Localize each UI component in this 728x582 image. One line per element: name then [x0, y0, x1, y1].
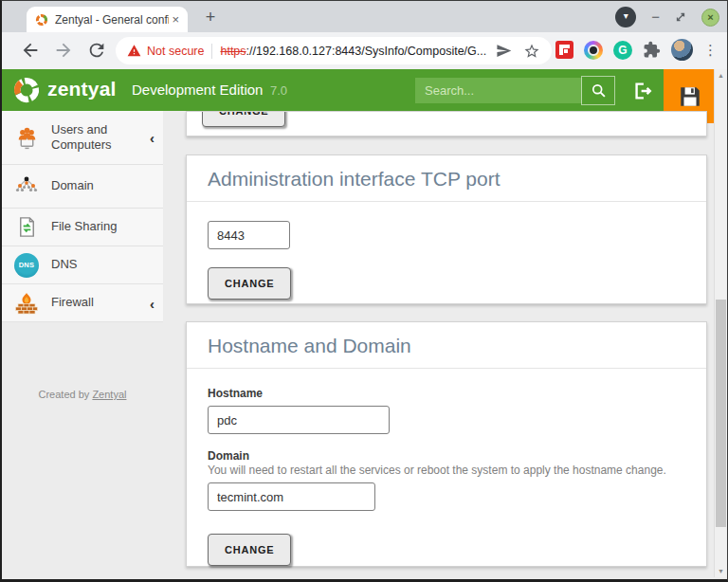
- brand-name: zentyal: [47, 78, 117, 100]
- search-button[interactable]: [581, 76, 615, 105]
- domain-input[interactable]: [208, 482, 375, 511]
- scrollbar-thumb[interactable]: [716, 300, 726, 527]
- url-text[interactable]: https://192.168.0.127:8443/SysInfo/Compo…: [220, 45, 486, 58]
- sidebar-item-dns[interactable]: DNS DNS: [2, 246, 163, 284]
- not-secure-label[interactable]: Not secure: [147, 45, 204, 58]
- users-icon: [2, 125, 51, 151]
- forward-button[interactable]: [53, 40, 74, 61]
- minimize-button[interactable]: −: [651, 7, 660, 27]
- sidebar-item-firewall[interactable]: Firewall ‹: [2, 284, 163, 322]
- hostname-domain-card: Hostname and Domain Hostname Domain You …: [186, 321, 707, 567]
- hostname-label: Hostname: [208, 387, 685, 400]
- restore-button[interactable]: [675, 11, 686, 23]
- tab-strip: Zentyal - General configuratio × + ▾ − ×: [2, 1, 727, 32]
- domain-icon: [2, 174, 51, 199]
- tcp-port-card: Administration interface TCP port CHANGE: [186, 155, 707, 304]
- zentyal-header: zentyal Development Edition 7.0: [2, 69, 727, 111]
- window-controls: ▾ − ×: [615, 5, 719, 29]
- address-bar[interactable]: Not secure https://192.168.0.127:8443/Sy…: [116, 37, 552, 64]
- logout-icon: [632, 81, 653, 101]
- extensions-row: G ⋮: [555, 39, 718, 61]
- page-viewport: zentyal Development Edition 7.0: [2, 69, 727, 577]
- sidebar-item-domain[interactable]: Domain: [2, 165, 163, 209]
- grammarly-extension-icon[interactable]: G: [613, 41, 632, 60]
- reload-button[interactable]: [86, 40, 107, 61]
- sidebar-item-label: Users and Computers: [51, 122, 163, 154]
- new-tab-button[interactable]: +: [199, 6, 222, 28]
- sidebar-nav: Users and Computers ‹: [2, 111, 163, 322]
- window-close-button[interactable]: ×: [701, 9, 719, 27]
- domain-note: You will need to restart all the service…: [208, 464, 685, 477]
- section-title-tcp-port: Administration interface TCP port: [187, 155, 706, 202]
- firewall-icon: [2, 291, 51, 316]
- top-card-clipped: CHANGE: [186, 111, 707, 136]
- page-scrollbar[interactable]: ▲ ▼: [714, 69, 727, 577]
- zentyal-favicon: [35, 13, 48, 27]
- search-icon: [591, 82, 607, 99]
- chevron-collapse-icon: ‹: [150, 130, 155, 146]
- file-sharing-icon: [2, 215, 51, 239]
- hostname-input[interactable]: [208, 406, 390, 434]
- save-floppy-icon: [678, 84, 702, 109]
- omnibox-actions: [496, 43, 540, 60]
- sidebar-item-label: Firewall: [51, 295, 111, 310]
- tab-search-button[interactable]: ▾: [615, 7, 636, 27]
- dns-icon: DNS: [2, 253, 51, 278]
- created-by-footer: Created by Zentyal: [2, 389, 163, 400]
- not-secure-warning-icon: [127, 44, 141, 58]
- tab-close-icon[interactable]: ×: [169, 12, 182, 27]
- domain-label: Domain: [208, 449, 685, 463]
- profile-avatar[interactable]: [671, 39, 693, 61]
- scrollbar-up-icon[interactable]: ▲: [715, 72, 727, 79]
- sidebar-item-label: File Sharing: [51, 219, 134, 234]
- version-label: 7.0: [270, 83, 287, 98]
- edition-label: Development Edition: [132, 82, 263, 98]
- browser-menu-icon[interactable]: ⋮: [703, 40, 718, 61]
- section-title-hostname-domain: Hostname and Domain: [187, 322, 706, 369]
- change-button-hostname[interactable]: CHANGE: [208, 534, 291, 566]
- extensions-puzzle-icon[interactable]: [643, 41, 661, 59]
- sidebar-item-label: DNS: [51, 257, 94, 272]
- back-button[interactable]: [20, 40, 41, 61]
- zentyal-link[interactable]: Zentyal: [92, 389, 126, 400]
- search-input[interactable]: [415, 78, 582, 103]
- url-scheme: https: [220, 45, 246, 58]
- send-to-device-icon[interactable]: [496, 43, 512, 59]
- logout-button[interactable]: [627, 76, 659, 105]
- browser-toolbar: Not secure https://192.168.0.127:8443/Sy…: [2, 32, 727, 69]
- bookmark-star-icon[interactable]: [523, 43, 540, 60]
- flipboard-extension-icon[interactable]: [555, 41, 573, 59]
- omnibox-divider: [211, 44, 212, 59]
- change-button-top[interactable]: CHANGE: [202, 111, 285, 127]
- browser-tab[interactable]: Zentyal - General configuratio ×: [27, 7, 188, 32]
- url-rest: ://192.168.0.127:8443/SysInfo/Composite/…: [246, 45, 487, 58]
- sidebar-item-users-and-computers[interactable]: Users and Computers ‹: [2, 111, 163, 165]
- tcp-port-input[interactable]: [208, 221, 290, 249]
- zentyal-logo: [11, 75, 42, 105]
- sidebar-item-label: Domain: [51, 178, 111, 193]
- browser-window: Zentyal - General configuratio × + ▾ − ×: [0, 0, 728, 582]
- chevron-collapse-icon: ‹: [150, 295, 155, 311]
- change-button-tcp[interactable]: CHANGE: [208, 267, 291, 300]
- lens-extension-icon[interactable]: [584, 41, 603, 60]
- tab-title: Zentyal - General configuratio: [55, 13, 169, 27]
- scrollbar-down-icon[interactable]: ▼: [715, 568, 727, 574]
- sidebar-item-file-sharing[interactable]: File Sharing: [2, 209, 163, 246]
